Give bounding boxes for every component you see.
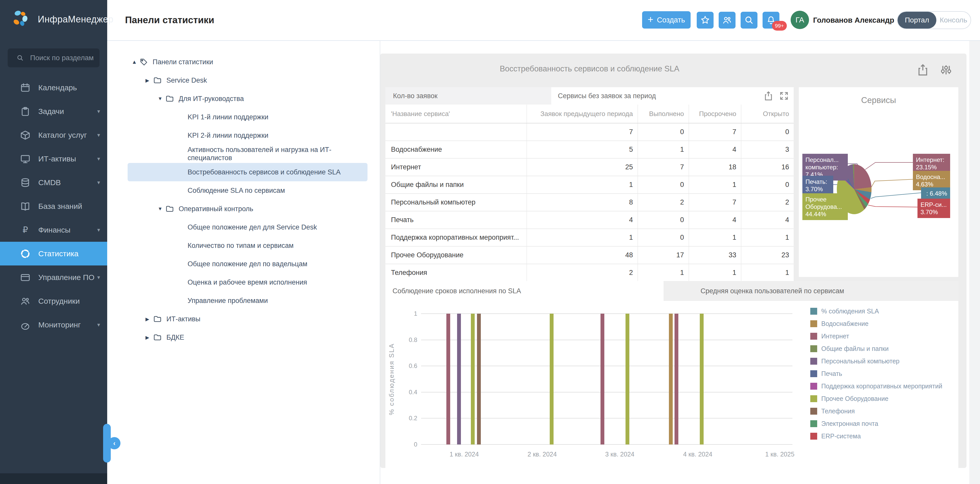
tree-item[interactable]: Соблюдение SLA по сервисам xyxy=(127,181,368,200)
table-row[interactable]: 7070 xyxy=(385,124,794,141)
export-icon[interactable] xyxy=(917,63,929,76)
chevron-down-icon[interactable]: ▾ xyxy=(97,274,100,281)
legend-swatch xyxy=(810,383,817,390)
export-icon[interactable] xyxy=(764,90,773,102)
tree-item-label: Оценка и рабочее время исполнения xyxy=(188,278,307,286)
legend-item[interactable]: % соблюдения SLA xyxy=(810,305,942,317)
tree-item[interactable]: ▲Панели статистики xyxy=(127,53,368,71)
avatar[interactable]: ГА xyxy=(791,11,809,29)
legend-item[interactable]: Электронная почта xyxy=(810,417,942,430)
fullscreen-icon[interactable] xyxy=(779,91,789,101)
pie-label: : 6.48% xyxy=(921,187,950,199)
tree-item[interactable]: ▶БДКЕ xyxy=(127,328,368,346)
tree-item[interactable]: KPI 2-й линии поддержки xyxy=(127,126,368,144)
table-cell: 3 xyxy=(741,141,794,158)
tree-item[interactable]: ▼Для ИТ-руководства xyxy=(127,89,368,108)
sidebar-item[interactable]: Статистика xyxy=(0,242,107,265)
table-cell: 1 xyxy=(741,229,794,246)
tree-item[interactable]: ▼Оперативный контроль xyxy=(127,200,368,218)
tree-item[interactable]: Востребованность сервисов и соблюдение S… xyxy=(127,163,368,181)
tree-item-label: Востребованность сервисов и соблюдение S… xyxy=(188,168,340,176)
tab-average-rating[interactable]: Средняя оценка пользователей по сервисам xyxy=(663,281,958,301)
table-row[interactable]: Прочее Оборудование48173323 xyxy=(385,247,794,264)
bar-chart-card: % соблюдения SLA 00.20.40.60.81 1 кв. 20… xyxy=(385,301,958,468)
tab-sla-compliance[interactable]: Соблюдение сроков исполнения по SLA xyxy=(385,281,663,301)
sidebar-item[interactable]: База знаний xyxy=(0,194,107,218)
table-row[interactable]: Водоснабжение5143 xyxy=(385,141,794,159)
tree-item[interactable]: ▶Service Desk xyxy=(127,71,368,89)
sidebar-item[interactable]: Каталог услуг▾ xyxy=(0,123,107,147)
caret-right-icon[interactable]: ▶ xyxy=(145,335,153,340)
tab-services-no-requests[interactable]: Сервисы без заявок за период xyxy=(551,87,794,105)
chevron-down-icon[interactable]: ▾ xyxy=(97,227,100,233)
table-row[interactable]: Поддержка корпоративных мероприят...1011 xyxy=(385,229,794,247)
table-row[interactable]: Печать4044 xyxy=(385,211,794,229)
legend-item[interactable]: Поддержка корпоративных мероприятий xyxy=(810,380,942,392)
legend-item[interactable]: Печать xyxy=(810,367,942,380)
sidebar-item[interactable]: Календарь xyxy=(0,76,107,100)
tree-item[interactable]: Общее положение дел для Service Desk xyxy=(127,218,368,236)
settings-sliders-icon[interactable] xyxy=(940,63,953,76)
legend-item[interactable]: ERP-система xyxy=(810,430,942,443)
table-row[interactable]: Интернет2571816 xyxy=(385,159,794,176)
table-header-row: 'Название сервиса'Заявок предыдущего пер… xyxy=(385,105,794,124)
star-icon xyxy=(700,15,710,25)
table-row[interactable]: Общие файлы и папки1010 xyxy=(385,176,794,194)
sidebar-item[interactable]: Задачи▾ xyxy=(0,100,107,123)
sidebar-item[interactable]: ₽Финансы▾ xyxy=(0,218,107,242)
chevron-down-icon[interactable]: ▾ xyxy=(97,179,100,186)
tree-item[interactable]: Общее положение дел по вадельцам xyxy=(127,255,368,273)
sidebar-collapse-button[interactable]: ‹ xyxy=(108,437,121,449)
tree-item[interactable]: Активность пользователей и нагрузка на И… xyxy=(127,144,368,163)
caret-down-icon[interactable]: ▼ xyxy=(158,206,165,212)
create-button[interactable]: + Создать xyxy=(642,11,690,29)
sidebar-item[interactable]: Сотрудники xyxy=(0,289,107,313)
sidebar-item[interactable]: Мониторинг▾ xyxy=(0,313,107,336)
chevron-down-icon[interactable]: ▾ xyxy=(97,108,100,115)
legend-item[interactable]: Интернет xyxy=(810,330,942,343)
sidebar-search[interactable] xyxy=(8,48,100,67)
search-button[interactable] xyxy=(741,12,757,29)
bar xyxy=(675,314,678,444)
legend-item[interactable]: Телефония xyxy=(810,405,942,417)
pie-label: ПрочееОборудова...44.44% xyxy=(802,193,848,220)
caret-down-icon[interactable]: ▼ xyxy=(158,96,165,102)
sidebar-item[interactable]: Управление ПО▾ xyxy=(0,265,107,289)
legend-item[interactable]: Прочее Оборудование xyxy=(810,392,942,405)
y-tick-label: 0.8 xyxy=(399,336,417,343)
users-button[interactable] xyxy=(719,12,735,29)
table-cell: 1 xyxy=(527,176,638,193)
chart-tabs: Соблюдение сроков исполнения по SLA Сред… xyxy=(385,281,958,301)
sidebar-search-input[interactable] xyxy=(30,54,94,62)
chevron-down-icon[interactable]: ▾ xyxy=(97,156,100,162)
mode-portal[interactable]: Портал xyxy=(897,12,936,29)
legend-label: % соблюдения SLA xyxy=(821,308,879,315)
stats-icon xyxy=(20,248,30,259)
sidebar-item[interactable]: ИТ-активы▾ xyxy=(0,147,107,171)
tree-item[interactable]: ▶ИТ-активы xyxy=(127,310,368,328)
caret-up-icon[interactable]: ▲ xyxy=(132,59,139,65)
scrollbar[interactable] xyxy=(969,41,980,484)
legend-item[interactable]: Персональный компьютер xyxy=(810,355,942,367)
legend-item[interactable]: Водоснабжение xyxy=(810,317,942,330)
legend-swatch xyxy=(810,370,817,377)
chevron-down-icon[interactable]: ▾ xyxy=(97,132,100,138)
sidebar-item[interactable]: CMDB▾ xyxy=(0,171,107,194)
tab-request-count[interactable]: Кол-во заявок xyxy=(385,87,551,105)
table-row[interactable]: Телефония2111 xyxy=(385,264,794,282)
table-cell: 1 xyxy=(689,176,741,193)
tree-item[interactable]: Количество по типам и сервисам xyxy=(127,236,368,255)
tree-item[interactable]: KPI 1-й линии поддержки xyxy=(127,108,368,126)
mode-console[interactable]: Консоль xyxy=(936,12,970,29)
table-cell: 16 xyxy=(741,159,794,176)
legend-item[interactable]: Общие файлы и папки xyxy=(810,343,942,355)
caret-right-icon[interactable]: ▶ xyxy=(145,316,153,322)
favorites-button[interactable] xyxy=(697,12,714,29)
legend-label: Интернет xyxy=(821,333,849,340)
legend-swatch xyxy=(810,308,817,315)
chevron-down-icon[interactable]: ▾ xyxy=(97,322,100,328)
tree-item[interactable]: Управление проблемами xyxy=(127,292,368,310)
table-row[interactable]: Персональный компьютер8272 xyxy=(385,194,794,211)
tree-item[interactable]: Оценка и рабочее время исполнения xyxy=(127,273,368,292)
caret-right-icon[interactable]: ▶ xyxy=(145,78,153,83)
